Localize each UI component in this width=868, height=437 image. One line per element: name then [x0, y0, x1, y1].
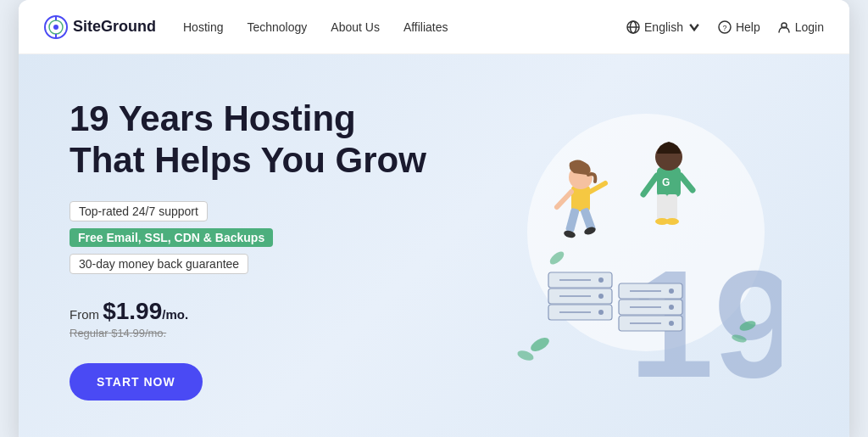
feature-tag-support: Top-rated 24/7 support	[70, 201, 208, 221]
help-label: Help	[736, 20, 760, 34]
login-icon	[777, 20, 791, 34]
hero-content: 19 Years Hosting That Helps You Grow Top…	[70, 98, 476, 401]
help-icon: ?	[718, 20, 732, 34]
pricing-block: From $1.99/mo. Regular $14.99/mo.	[70, 298, 476, 339]
nav-links: Hosting Technology About Us Affiliates	[183, 20, 626, 34]
svg-rect-46	[657, 194, 667, 220]
svg-point-15	[598, 310, 604, 315]
nav-link-technology[interactable]: Technology	[247, 20, 307, 34]
svg-point-34	[548, 249, 566, 267]
logo-text: SiteGround	[73, 18, 156, 36]
start-now-button[interactable]: START NOW	[70, 363, 203, 401]
logo[interactable]: SiteGround	[44, 15, 156, 39]
svg-point-16	[598, 294, 604, 299]
svg-point-26	[669, 289, 674, 294]
svg-text:G: G	[662, 176, 670, 188]
svg-line-41	[557, 192, 571, 207]
nav-link-affiliates[interactable]: Affiliates	[403, 20, 448, 34]
login-label: Login	[795, 20, 824, 34]
help-button[interactable]: ? Help	[718, 20, 760, 34]
hero-illustration: 19	[476, 97, 798, 402]
svg-point-31	[516, 349, 535, 362]
language-selector[interactable]: English	[626, 20, 701, 34]
svg-text:?: ?	[722, 24, 726, 32]
hero-svg: 19	[426, 88, 782, 402]
svg-line-50	[643, 176, 657, 194]
nav-link-about-us[interactable]: About Us	[331, 20, 380, 34]
svg-point-24	[669, 321, 674, 326]
svg-point-30	[529, 335, 552, 354]
browser-frame: SiteGround Hosting Technology About Us A…	[19, 0, 849, 437]
svg-point-39	[563, 229, 576, 238]
feature-free: Free Email, SSL, CDN & Backups	[70, 228, 476, 247]
hero-title: 19 Years Hosting That Helps You Grow	[70, 98, 476, 181]
language-icon	[626, 20, 640, 34]
language-label: English	[644, 20, 683, 34]
svg-point-25	[669, 305, 674, 310]
features-list: Top-rated 24/7 support Free Email, SSL, …	[70, 201, 476, 274]
nav-right: English ? Help Login	[626, 20, 824, 34]
svg-point-17	[598, 277, 604, 283]
price-regular: Regular $14.99/mo.	[70, 327, 476, 339]
svg-rect-35	[571, 186, 590, 211]
svg-rect-37	[565, 208, 580, 233]
feature-money-back: 30-day money back guarantee	[70, 254, 476, 274]
hero-section: 19 Years Hosting That Helps You Grow Top…	[19, 54, 849, 437]
svg-point-2	[53, 25, 58, 30]
price-from: From $1.99/mo.	[70, 298, 476, 325]
login-button[interactable]: Login	[777, 20, 824, 34]
feature-tag-money-back: 30-day money back guarantee	[70, 254, 248, 274]
svg-line-51	[681, 176, 693, 190]
svg-point-49	[665, 218, 679, 225]
feature-highlight-free: Free Email, SSL, CDN & Backups	[70, 228, 273, 247]
feature-support: Top-rated 24/7 support	[70, 201, 476, 221]
nav-link-hosting[interactable]: Hosting	[183, 20, 223, 34]
chevron-down-icon	[687, 20, 701, 34]
price-amount: $1.99	[103, 298, 162, 324]
svg-line-42	[590, 183, 605, 192]
navbar: SiteGround Hosting Technology About Us A…	[19, 0, 849, 54]
price-period: /mo.	[162, 307, 188, 322]
logo-icon	[44, 15, 68, 39]
svg-rect-47	[667, 194, 677, 220]
